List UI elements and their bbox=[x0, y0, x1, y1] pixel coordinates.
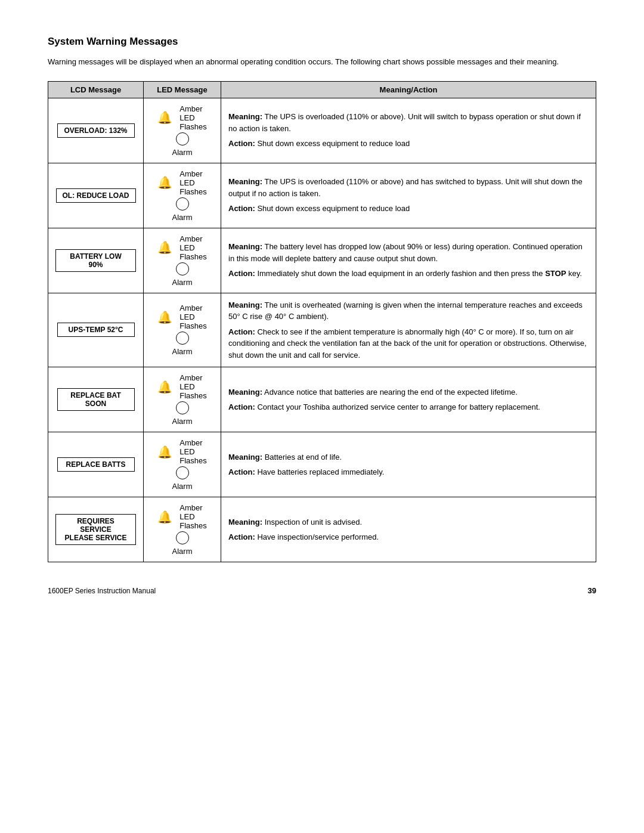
flashes-label: Flashes bbox=[179, 252, 207, 261]
led-label: LED bbox=[179, 243, 194, 252]
meaning-bold: Meaning: bbox=[228, 177, 262, 186]
meaning-cell: Meaning: Batteries at end of life.Action… bbox=[221, 432, 596, 497]
flashes-label: Flashes bbox=[179, 321, 207, 330]
alarm-text-label: Alarm bbox=[172, 417, 193, 426]
alarm-text-label: Alarm bbox=[172, 347, 193, 356]
alarm-bell-icon: 🔔 bbox=[157, 446, 172, 458]
meaning-cell: Meaning: Inspection of unit is advised.A… bbox=[221, 497, 596, 562]
action-bold: Action: bbox=[228, 204, 255, 213]
meaning-cell: Meaning: The unit is overheated (warning… bbox=[221, 293, 596, 367]
meaning-cell: Meaning: The UPS is overloaded (110% or … bbox=[221, 163, 596, 228]
flashes-label: Flashes bbox=[179, 122, 207, 131]
action-paragraph: Action: Have batteries replaced immediat… bbox=[228, 466, 589, 478]
amber-label: Amber bbox=[179, 438, 202, 447]
action-bold: Action: bbox=[228, 532, 255, 541]
alarm-bell-icon: 🔔 bbox=[157, 381, 172, 393]
alarm-bell-icon: 🔔 bbox=[157, 241, 172, 253]
action-bold: Action: bbox=[228, 467, 255, 476]
action-bold: Action: bbox=[228, 139, 255, 148]
alarm-bell-icon: 🔔 bbox=[157, 112, 172, 123]
lcd-message-label: REPLACE BATTS bbox=[57, 457, 135, 472]
alarm-bell-icon: 🔔 bbox=[157, 311, 172, 323]
action-paragraph: Action: Check to see if the ambient temp… bbox=[228, 326, 589, 361]
led-label: LED bbox=[179, 512, 194, 521]
meaning-paragraph: Meaning: The battery level has dropped l… bbox=[228, 241, 589, 264]
lcd-cell: BATTERY LOW 90% bbox=[48, 228, 144, 293]
action-paragraph: Action: Immediately shut down the load e… bbox=[228, 268, 589, 280]
amber-label: Amber bbox=[179, 104, 202, 113]
action-bold: Action: bbox=[228, 402, 255, 411]
alarm-text-label: Alarm bbox=[172, 547, 193, 556]
flashes-label: Flashes bbox=[179, 391, 207, 400]
led-label: LED bbox=[179, 178, 194, 187]
alarm-text-label: Alarm bbox=[172, 278, 193, 287]
meaning-paragraph: Meaning: Inspection of unit is advised. bbox=[228, 516, 589, 528]
led-cell: 🔔AmberLEDFlashesAlarm bbox=[144, 98, 221, 163]
led-label: LED bbox=[179, 113, 194, 122]
meaning-bold: Meaning: bbox=[228, 242, 262, 251]
lcd-message-label: REQUIRES SERVICEPLEASE SERVICE bbox=[55, 514, 136, 545]
intro-text: Warning messages will be displayed when … bbox=[48, 56, 596, 68]
alarm-text-label: Alarm bbox=[172, 148, 193, 157]
led-cell: 🔔AmberLEDFlashesAlarm bbox=[144, 367, 221, 432]
col-header-meaning: Meaning/Action bbox=[221, 81, 596, 98]
flashes-label: Flashes bbox=[179, 521, 207, 530]
alarm-text-label: Alarm bbox=[172, 482, 193, 491]
alarm-text-label: Alarm bbox=[172, 213, 193, 222]
lcd-message-label: BATTERY LOW 90% bbox=[55, 249, 136, 272]
meaning-paragraph: Meaning: The unit is overheated (warning… bbox=[228, 299, 589, 323]
meaning-paragraph: Meaning: Batteries at end of life. bbox=[228, 451, 589, 463]
amber-label: Amber bbox=[179, 169, 202, 178]
lcd-message-label: REPLACE BATSOON bbox=[57, 388, 135, 411]
action-bold: Action: bbox=[228, 327, 255, 336]
led-circle-indicator bbox=[176, 197, 189, 210]
meaning-cell: Meaning: The battery level has dropped l… bbox=[221, 228, 596, 293]
amber-label: Amber bbox=[179, 373, 202, 382]
action-paragraph: Action: Have inspection/service performe… bbox=[228, 531, 589, 543]
lcd-cell: UPS-TEMP 52°C bbox=[48, 293, 144, 367]
led-label: LED bbox=[179, 447, 194, 456]
col-header-lcd: LCD Message bbox=[48, 81, 144, 98]
page-number: 39 bbox=[588, 586, 596, 595]
lcd-cell: REPLACE BATSOON bbox=[48, 367, 144, 432]
led-label: LED bbox=[179, 382, 194, 391]
meaning-bold: Meaning: bbox=[228, 388, 262, 397]
lcd-cell: REQUIRES SERVICEPLEASE SERVICE bbox=[48, 497, 144, 562]
action-bold: Action: bbox=[228, 269, 255, 278]
lcd-message-label: OL: REDUCE LOAD bbox=[56, 188, 136, 203]
led-cell: 🔔AmberLEDFlashesAlarm bbox=[144, 293, 221, 367]
amber-label: Amber bbox=[179, 304, 202, 312]
warning-messages-table: LCD Message LED Message Meaning/Action O… bbox=[48, 81, 596, 563]
col-header-led: LED Message bbox=[144, 81, 221, 98]
lcd-cell: OVERLOAD: 132% bbox=[48, 98, 144, 163]
meaning-bold: Meaning: bbox=[228, 453, 262, 462]
meaning-paragraph: Meaning: Advance notice that batteries a… bbox=[228, 386, 589, 398]
flashes-label: Flashes bbox=[179, 187, 207, 196]
lcd-cell: REPLACE BATTS bbox=[48, 432, 144, 497]
led-circle-indicator bbox=[176, 466, 189, 479]
alarm-bell-icon: 🔔 bbox=[157, 176, 172, 188]
led-cell: 🔔AmberLEDFlashesAlarm bbox=[144, 432, 221, 497]
meaning-bold: Meaning: bbox=[228, 301, 262, 309]
action-paragraph: Action: Shut down excess equipment to re… bbox=[228, 203, 589, 215]
led-cell: 🔔AmberLEDFlashesAlarm bbox=[144, 163, 221, 228]
meaning-paragraph: Meaning: The UPS is overloaded (110% or … bbox=[228, 111, 589, 134]
led-cell: 🔔AmberLEDFlashesAlarm bbox=[144, 497, 221, 562]
led-circle-indicator bbox=[176, 531, 189, 544]
led-circle-indicator bbox=[176, 332, 189, 345]
meaning-cell: Meaning: Advance notice that batteries a… bbox=[221, 367, 596, 432]
meaning-paragraph: Meaning: The UPS is overloaded (110% or … bbox=[228, 176, 589, 199]
led-label: LED bbox=[179, 312, 194, 321]
meaning-cell: Meaning: The UPS is overloaded (110% or … bbox=[221, 98, 596, 163]
flashes-label: Flashes bbox=[179, 456, 207, 465]
footer-manual-label: 1600EP Series Instruction Manual bbox=[48, 587, 156, 595]
led-circle-indicator bbox=[176, 401, 189, 414]
action-paragraph: Action: Shut down excess equipment to re… bbox=[228, 138, 589, 150]
action-paragraph: Action: Contact your Toshiba authorized … bbox=[228, 401, 589, 413]
meaning-bold: Meaning: bbox=[228, 112, 262, 121]
amber-label: Amber bbox=[179, 234, 202, 243]
alarm-bell-icon: 🔔 bbox=[157, 511, 172, 523]
lcd-message-label: UPS-TEMP 52°C bbox=[57, 323, 135, 337]
led-circle-indicator bbox=[176, 132, 189, 145]
amber-label: Amber bbox=[179, 503, 202, 512]
